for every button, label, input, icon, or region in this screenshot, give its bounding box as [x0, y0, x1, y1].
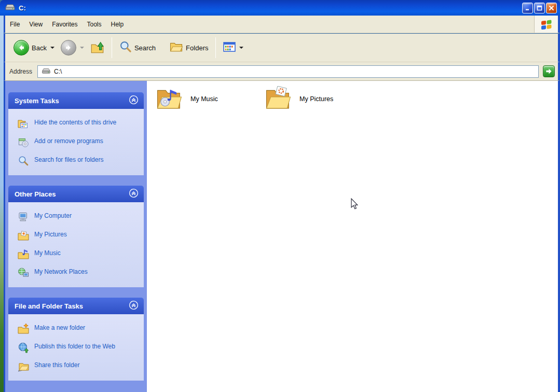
search-icon — [119, 40, 132, 55]
task-publish-folder[interactable]: Publish this folder to the Web — [16, 338, 141, 357]
task-pane-sidebar: System Tasks Hide the contents of this d… — [5, 81, 147, 392]
explorer-window: C: File View Favorites Tools Help — [0, 0, 560, 392]
views-dropdown-icon[interactable] — [239, 47, 243, 49]
search-files-icon — [18, 155, 29, 166]
panel-header[interactable]: System Tasks — [8, 92, 144, 109]
task-add-remove-programs[interactable]: Add or remove programs — [16, 133, 141, 151]
network-places-icon — [18, 267, 29, 278]
search-label: Search — [134, 44, 156, 52]
chevron-up-icon[interactable] — [129, 95, 139, 107]
pictures-folder-icon — [265, 86, 293, 112]
toolbar-separator — [112, 37, 112, 58]
file-tile-label: My Music — [190, 95, 218, 103]
up-button[interactable] — [87, 38, 107, 58]
views-icon — [223, 42, 236, 54]
chevron-up-icon[interactable] — [129, 300, 139, 312]
forward-button[interactable] — [58, 38, 87, 58]
up-icon — [90, 40, 104, 55]
link-my-network-places[interactable]: My Network Places — [16, 263, 141, 282]
drive-icon — [41, 67, 51, 76]
toolbar-separator — [215, 37, 216, 58]
file-tile-label: My Pictures — [299, 95, 333, 103]
panel-title: System Tasks — [15, 97, 129, 105]
link-my-computer[interactable]: My Computer — [16, 207, 141, 226]
drive-icon — [4, 3, 16, 13]
menu-view[interactable]: View — [24, 19, 47, 30]
toolbar: Back Search — [4, 34, 560, 62]
minimize-button[interactable] — [522, 3, 533, 13]
forward-dropdown-icon[interactable] — [80, 47, 84, 49]
task-share-folder[interactable]: Share this folder — [16, 357, 141, 375]
menu-tools[interactable]: Tools — [83, 19, 106, 30]
panel-file-folder-tasks: File and Folder Tasks Make a new folder — [8, 298, 144, 381]
task-label: Publish this folder to the Web — [34, 342, 115, 351]
task-label: Share this folder — [34, 360, 79, 370]
back-label: Back — [32, 44, 47, 52]
my-music-icon — [18, 248, 29, 260]
back-icon — [13, 40, 29, 55]
go-button[interactable] — [543, 65, 555, 77]
add-remove-programs-icon — [18, 136, 29, 148]
file-list-area[interactable]: My Music My Pictures — [147, 81, 558, 392]
panel-header[interactable]: File and Folder Tasks — [8, 298, 144, 314]
go-icon — [545, 68, 552, 75]
back-dropdown-icon[interactable] — [50, 47, 54, 49]
link-my-music[interactable]: My Music — [16, 245, 141, 263]
address-input[interactable]: C:\ — [37, 65, 539, 78]
chevron-up-icon[interactable] — [129, 188, 139, 200]
folders-label: Folders — [186, 44, 208, 52]
windows-logo — [534, 16, 558, 33]
link-label: My Computer — [34, 211, 72, 220]
drive-contents-icon — [18, 118, 29, 129]
address-label: Address — [9, 68, 37, 75]
link-label: My Pictures — [34, 230, 67, 239]
link-label: My Network Places — [34, 267, 88, 276]
menu-bar: File View Favorites Tools Help — [4, 16, 560, 33]
panel-other-places: Other Places My Computer — [8, 186, 144, 287]
task-label: Search for files or folders — [34, 155, 103, 164]
menu-file[interactable]: File — [5, 19, 24, 30]
file-tile-my-pictures[interactable]: My Pictures — [265, 86, 366, 112]
menu-favorites[interactable]: Favorites — [47, 19, 82, 30]
menu-help[interactable]: Help — [106, 19, 129, 30]
search-button[interactable]: Search — [116, 38, 159, 57]
link-label: My Music — [34, 248, 61, 258]
folders-icon — [169, 41, 183, 54]
my-computer-icon — [18, 211, 29, 222]
task-search-files[interactable]: Search for files or folders — [16, 151, 141, 170]
panel-title: Other Places — [15, 190, 129, 198]
new-folder-icon — [18, 323, 29, 334]
titlebar: C: — [0, 0, 560, 16]
address-bar: Address C:\ — [4, 62, 560, 81]
task-label: Hide the contents of this drive — [34, 118, 116, 127]
publish-web-icon — [18, 342, 29, 353]
music-folder-icon — [156, 86, 184, 112]
task-label: Add or remove programs — [34, 136, 103, 146]
close-button[interactable] — [546, 3, 557, 13]
task-label: Make a new folder — [34, 323, 85, 332]
task-hide-contents[interactable]: Hide the contents of this drive — [16, 114, 141, 133]
file-tile-my-music[interactable]: My Music — [156, 86, 257, 112]
folders-button[interactable]: Folders — [166, 39, 211, 57]
address-value: C:\ — [54, 68, 62, 75]
link-my-pictures[interactable]: My Pictures — [16, 226, 141, 245]
mouse-cursor-icon — [350, 198, 359, 213]
forward-icon — [61, 40, 76, 55]
back-button[interactable]: Back — [10, 38, 58, 58]
panel-system-tasks: System Tasks Hide the contents of this d… — [8, 92, 144, 175]
panel-title: File and Folder Tasks — [15, 302, 129, 310]
panel-header[interactable]: Other Places — [8, 186, 144, 202]
my-pictures-icon — [18, 230, 29, 241]
window-title: C: — [19, 4, 522, 12]
views-button[interactable] — [220, 40, 247, 56]
maximize-button[interactable] — [534, 3, 545, 13]
share-folder-icon — [18, 360, 29, 372]
task-make-new-folder[interactable]: Make a new folder — [16, 319, 141, 338]
